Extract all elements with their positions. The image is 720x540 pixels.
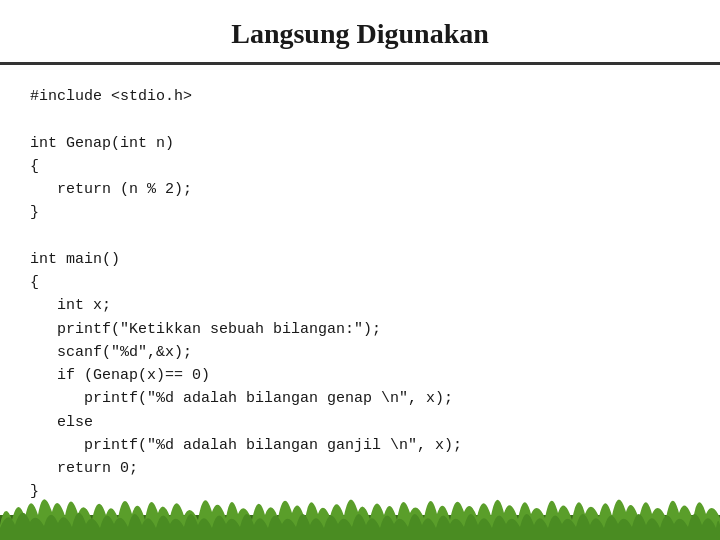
slide-title: Langsung Digunakan [231,18,489,49]
code-line-6: } [30,204,39,221]
code-line-14: printf("%d adalah bilangan genap \n", x)… [30,390,453,407]
code-line-15: else [30,414,93,431]
code-line-7 [30,228,39,245]
code-line-13: if (Genap(x)== 0) [30,367,210,384]
code-line-3: int Genap(int n) [30,135,174,152]
code-line-8: int main() [30,251,120,268]
grass-svg [0,470,720,540]
code-line-4: { [30,158,39,175]
bottom-grass-decoration [0,470,720,540]
content-area: #include <stdio.h> int Genap(int n) { re… [0,65,720,540]
code-line-1: #include <stdio.h> [30,88,192,105]
code-line-16: printf("%d adalah bilangan ganjil \n", x… [30,437,462,454]
code-line-5: return (n % 2); [30,181,192,198]
code-block: #include <stdio.h> int Genap(int n) { re… [30,85,690,530]
slide-container: Langsung Digunakan #include <stdio.h> in… [0,0,720,540]
code-line-2 [30,111,39,128]
title-bar: Langsung Digunakan [0,0,720,65]
code-line-11: printf("Ketikkan sebuah bilangan:"); [30,321,381,338]
code-line-9: { [30,274,39,291]
code-line-10: int x; [30,297,111,314]
code-line-12: scanf("%d",&x); [30,344,192,361]
